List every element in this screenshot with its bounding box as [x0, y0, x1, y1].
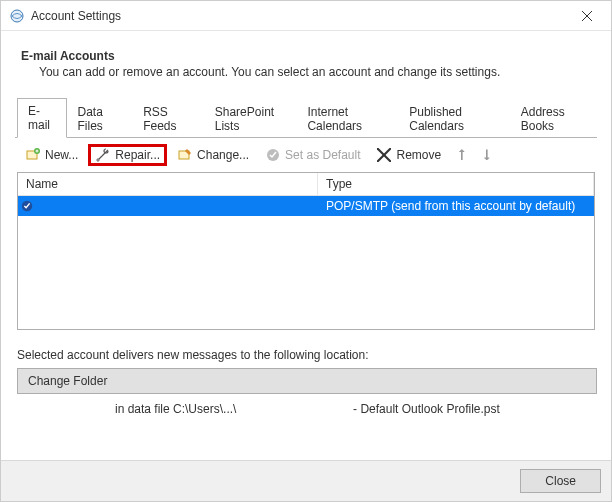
window-title: Account Settings — [31, 9, 567, 23]
location-intro: Selected account delivers new messages t… — [17, 348, 595, 362]
datafile-prefix: in data file C:\Users\...\ — [115, 402, 236, 416]
remove-icon — [376, 147, 392, 163]
repair-label: Repair... — [115, 148, 160, 162]
svg-point-0 — [11, 10, 23, 22]
toolbar: New... Repair... — [15, 138, 597, 172]
tab-published-calendars[interactable]: Published Calendars — [398, 99, 510, 138]
column-name[interactable]: Name — [18, 173, 318, 195]
tab-internet-calendars[interactable]: Internet Calendars — [296, 99, 398, 138]
datafile-location: in data file C:\Users\...\ - Default Out… — [115, 402, 595, 416]
tab-address-books[interactable]: Address Books — [510, 99, 597, 138]
column-type[interactable]: Type — [318, 173, 594, 195]
change-label: Change... — [197, 148, 249, 162]
datafile-suffix: - Default Outlook Profile.pst — [353, 402, 500, 416]
account-row[interactable]: POP/SMTP (send from this account by defa… — [18, 196, 594, 216]
tab-rss-feeds[interactable]: RSS Feeds — [132, 99, 204, 138]
change-button[interactable]: Change... — [171, 145, 255, 165]
remove-label: Remove — [396, 148, 441, 162]
tabstrip: E-mail Data Files RSS Feeds SharePoint L… — [15, 97, 597, 138]
new-icon — [25, 147, 41, 163]
close-button[interactable]: Close — [520, 469, 601, 493]
set-default-button: Set as Default — [259, 145, 366, 165]
list-header: Name Type — [18, 173, 594, 196]
content-area: E-mail Accounts You can add or remove an… — [1, 31, 611, 460]
footer: Close — [1, 460, 611, 501]
tab-data-files[interactable]: Data Files — [67, 99, 133, 138]
change-folder-button[interactable]: Change Folder — [17, 368, 597, 394]
change-icon — [177, 147, 193, 163]
tab-email[interactable]: E-mail — [17, 98, 67, 138]
default-account-icon — [18, 199, 36, 213]
remove-button[interactable]: Remove — [370, 145, 447, 165]
app-icon — [9, 8, 25, 24]
accounts-list: Name Type POP/SMTP (send from this accou… — [17, 172, 595, 330]
repair-icon — [95, 147, 111, 163]
move-down-button[interactable]: 🠗 — [476, 146, 497, 165]
new-label: New... — [45, 148, 78, 162]
move-up-button[interactable]: 🠕 — [451, 146, 472, 165]
section-heading: E-mail Accounts — [21, 49, 597, 63]
repair-button[interactable]: Repair... — [88, 144, 167, 166]
section-subheading: You can add or remove an account. You ca… — [39, 65, 597, 79]
check-circle-icon — [265, 147, 281, 163]
cell-type: POP/SMTP (send from this account by defa… — [318, 197, 583, 215]
window-close-button[interactable] — [567, 2, 607, 30]
close-icon — [582, 11, 592, 21]
set-default-label: Set as Default — [285, 148, 360, 162]
cell-name — [36, 204, 318, 208]
account-settings-window: Account Settings E-mail Accounts You can… — [0, 0, 612, 502]
arrow-up-icon: 🠕 — [455, 148, 468, 163]
tab-sharepoint-lists[interactable]: SharePoint Lists — [204, 99, 297, 138]
new-button[interactable]: New... — [19, 145, 84, 165]
arrow-down-icon: 🠗 — [480, 148, 493, 163]
titlebar: Account Settings — [1, 1, 611, 31]
